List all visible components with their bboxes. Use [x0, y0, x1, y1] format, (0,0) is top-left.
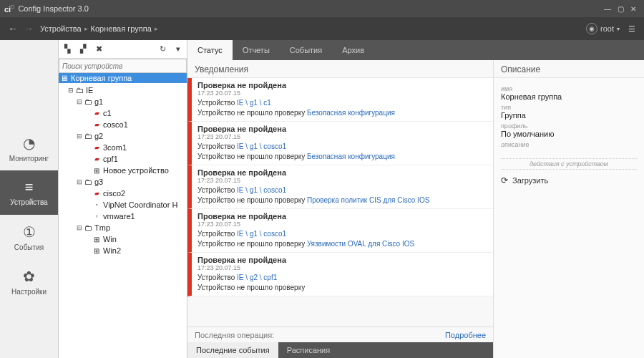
- notifications-header: Уведомления: [187, 60, 493, 78]
- tree-row[interactable]: ⊟🗀g1: [59, 96, 187, 107]
- notification-device-line: Устройство IE \ g1 \ cosco1: [197, 142, 487, 150]
- delete-icon[interactable]: ✖: [93, 44, 104, 55]
- gear-icon: ✿: [23, 268, 35, 285]
- tab-Архив[interactable]: Архив: [332, 40, 374, 60]
- tab-Отчеты[interactable]: Отчеты: [233, 40, 280, 60]
- tab-События[interactable]: События: [280, 40, 332, 60]
- tree-node-label: c1: [103, 109, 112, 117]
- dev-eth-icon: [92, 190, 102, 197]
- close-button[interactable]: ✕: [627, 3, 640, 14]
- dev-eth-icon: [92, 144, 102, 151]
- tree-node-label: Tmp: [94, 223, 110, 232]
- breadcrumb-item[interactable]: Корневая группа: [91, 24, 152, 33]
- forward-arrow-icon[interactable]: →: [21, 21, 36, 36]
- desc-field-label: профиль: [501, 122, 637, 130]
- tree-row[interactable]: ⊟🗀IE: [59, 84, 187, 96]
- dev-win-icon: [92, 247, 102, 255]
- tree-row[interactable]: cosco1: [59, 119, 187, 130]
- breadcrumb-item[interactable]: Устройства: [40, 24, 82, 33]
- filter-icon[interactable]: ▾: [172, 44, 184, 55]
- notification-reason-line: Устройство не прошло проверку: [197, 284, 487, 291]
- notifications-list[interactable]: Проверка не пройдена17:23 20.07.15Устрой…: [187, 78, 493, 326]
- last-operation-label: Последняя операция:: [195, 331, 274, 339]
- dev-plain-icon: [92, 201, 102, 208]
- left-rail: ◔ Мониторинг ≡ Устройства ① События ✿ На…: [0, 40, 59, 358]
- device-link[interactable]: IE \ g1 \ c1: [237, 99, 271, 107]
- tree-row[interactable]: Win2: [59, 245, 187, 256]
- check-link[interactable]: Безопасная конфигурация: [307, 109, 395, 117]
- more-link[interactable]: Подробнее: [445, 331, 486, 339]
- tree-row[interactable]: c1: [59, 107, 187, 119]
- hamburger-menu-icon[interactable]: ☰: [625, 22, 638, 35]
- refresh-icon[interactable]: ↻: [157, 44, 168, 55]
- last-operation-bar: Последняя операция: Подробнее: [187, 326, 493, 342]
- tree-row[interactable]: cpf1: [59, 153, 187, 165]
- breadcrumb-sep-icon: ▸: [155, 25, 158, 32]
- device-tree[interactable]: ⊟🗀IE⊟🗀g1c1cosco1⊟🗀g23com1cpf1Новое устро…: [59, 83, 187, 358]
- tree-twisty-icon[interactable]: ⊟: [76, 132, 83, 140]
- tree-row[interactable]: Новое устройство: [59, 165, 187, 176]
- dev-win-icon: [92, 167, 102, 175]
- back-arrow-icon[interactable]: ←: [6, 21, 20, 36]
- notification-item[interactable]: Проверка не пройдена17:23 20.07.15Устрой…: [187, 209, 493, 253]
- tree-row[interactable]: ⊟🗀Tmp: [59, 222, 187, 233]
- tree-row[interactable]: cisco2: [59, 188, 187, 199]
- desc-field-label: имя: [501, 85, 637, 92]
- device-link[interactable]: IE \ g1 \ cosco1: [237, 186, 286, 194]
- rail-item-settings[interactable]: ✿ Настройки: [0, 259, 58, 304]
- minimize-button[interactable]: —: [601, 3, 614, 14]
- tree-row[interactable]: Win: [59, 233, 187, 245]
- desc-action-Загрузить[interactable]: ⟳Загрузить: [501, 174, 637, 187]
- notification-title: Проверка не пройдена: [197, 212, 487, 221]
- tree-row[interactable]: ⊟🗀g3: [59, 176, 187, 188]
- device-link[interactable]: IE \ g2 \ cpf1: [237, 274, 277, 281]
- rail-item-devices[interactable]: ≡ Устройства: [0, 170, 58, 215]
- notification-time: 17:23 20.07.15: [197, 90, 487, 97]
- notification-item[interactable]: Проверка не пройдена17:23 20.07.15Устрой…: [187, 122, 493, 165]
- notification-item[interactable]: Проверка не пройдена17:23 20.07.15Устрой…: [187, 165, 493, 209]
- tree-node-label: IE: [86, 86, 93, 95]
- tree-node-label: g3: [94, 178, 103, 186]
- notification-title: Проверка не пройдена: [197, 81, 487, 90]
- tree-twisty-icon[interactable]: ⊟: [76, 178, 83, 185]
- notification-device-line: Устройство IE \ g1 \ cosco1: [197, 230, 487, 238]
- user-menu[interactable]: ◉ root ▾: [586, 23, 620, 34]
- tab-Статус[interactable]: Статус: [187, 40, 233, 60]
- tree-root-node[interactable]: 🖥 Корневая группа: [59, 73, 187, 83]
- devices-icon: ≡: [25, 179, 34, 195]
- folder-icon: 🗀: [83, 97, 93, 106]
- tree-row[interactable]: 3com1: [59, 142, 187, 153]
- tree-node-label: g1: [94, 97, 103, 106]
- tree-row[interactable]: VipNet Coordinator H: [59, 199, 187, 211]
- tree-row[interactable]: vmware1: [59, 211, 187, 222]
- check-link[interactable]: Проверка политик CIS для Cisco IOS: [307, 196, 429, 204]
- tree-twisty-icon[interactable]: ⊟: [76, 98, 83, 105]
- rail-item-events[interactable]: ① События: [0, 215, 58, 259]
- device-link[interactable]: IE \ g1 \ cosco1: [237, 230, 286, 238]
- device-link[interactable]: IE \ g1 \ cosco1: [237, 142, 286, 150]
- tree-row[interactable]: ⊟🗀g2: [59, 130, 187, 142]
- check-link[interactable]: Уязвимости OVAL для Cisco IOS: [307, 240, 414, 248]
- content-area: СтатусОтчетыСобытияАрхив Уведомления Про…: [187, 40, 644, 358]
- add-device-icon[interactable]: ▞: [77, 44, 89, 55]
- add-group-icon[interactable]: ▚: [62, 44, 73, 55]
- maximize-button[interactable]: ▢: [614, 3, 627, 14]
- notifications-column: Уведомления Проверка не пройдена17:23 20…: [187, 60, 494, 358]
- notification-device-line: Устройство IE \ g1 \ c1: [197, 99, 487, 107]
- desc-action-label: Загрузить: [512, 176, 548, 185]
- notification-item[interactable]: Проверка не пройдена17:23 20.07.15Устрой…: [187, 78, 493, 122]
- tree-twisty-icon[interactable]: ⊟: [67, 87, 74, 94]
- check-link[interactable]: Безопасная конфигурация: [307, 153, 395, 160]
- rail-item-monitoring[interactable]: ◔ Мониторинг: [0, 126, 58, 170]
- tree-search-input[interactable]: [59, 59, 187, 73]
- tree-toolbar: ▚ ▞ ✖ ↻ ▾: [59, 40, 187, 59]
- notification-item[interactable]: Проверка не пройдена17:23 20.07.15Устрой…: [187, 253, 493, 296]
- folder-icon: 🗀: [83, 132, 93, 140]
- bottom-tab-Последние события[interactable]: Последние события: [187, 342, 278, 358]
- rail-label: Настройки: [11, 288, 47, 296]
- description-column: Описание имяКорневая группатипГруппапроф…: [494, 60, 644, 358]
- notification-time: 17:23 20.07.15: [197, 177, 487, 184]
- titlebar: ci□ Config Inspector 3.0 — ▢ ✕: [0, 0, 644, 17]
- bottom-tab-Расписания[interactable]: Расписания: [278, 342, 338, 358]
- tree-twisty-icon[interactable]: ⊟: [76, 224, 83, 231]
